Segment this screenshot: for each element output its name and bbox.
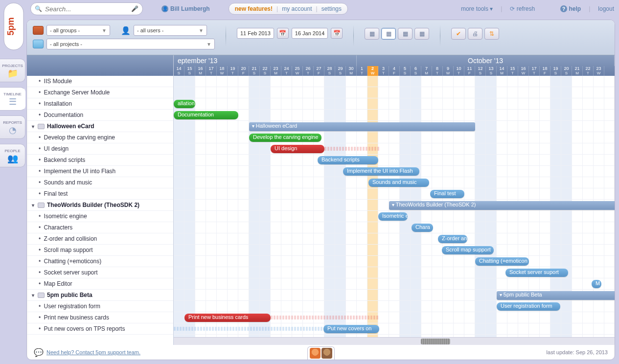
gantt-bar[interactable]: 5pm public Beta bbox=[497, 291, 615, 300]
task-row[interactable]: Z-order and collision bbox=[27, 233, 173, 245]
users-dropdown[interactable]: - all users -▼ bbox=[134, 25, 207, 36]
app-logo: 5pm bbox=[3, 2, 24, 51]
task-row[interactable]: Map Editor bbox=[27, 278, 173, 290]
task-list[interactable]: IIS ModuleExchange Server ModuleInstalla… bbox=[27, 76, 173, 345]
date-to-cal[interactable]: 📅 bbox=[331, 28, 343, 39]
task-row[interactable]: Characters bbox=[27, 222, 173, 233]
gantt-bar[interactable]: Chara bbox=[412, 224, 433, 232]
task-row[interactable]: Scroll map support bbox=[27, 245, 173, 256]
sidetab-projects[interactable]: PROJECTS📁 bbox=[0, 59, 25, 82]
folder-icon: 📁 bbox=[7, 69, 18, 78]
support-link[interactable]: Need help? Contact 5pm support team. bbox=[46, 349, 140, 355]
task-row[interactable]: Put new covers on TPS reports bbox=[27, 323, 173, 335]
horizontal-scrollbar[interactable] bbox=[174, 337, 615, 345]
print-icon: 🖨 bbox=[472, 30, 478, 37]
help-icon: ? bbox=[560, 5, 567, 12]
gantt-bar[interactable]: Chatting (+emoticon bbox=[475, 257, 529, 266]
gantt-bar[interactable]: Documentation bbox=[174, 111, 238, 119]
svg-text:5pm: 5pm bbox=[6, 17, 16, 35]
gantt-bar[interactable]: Final test bbox=[430, 190, 464, 198]
gantt-bar[interactable]: TheoWorlds Builder (TheoSDK 2) bbox=[389, 201, 615, 210]
toggle-done[interactable]: ✔ bbox=[451, 28, 466, 40]
search-input-wrap[interactable]: 🔍 🎤 bbox=[30, 2, 143, 15]
sidetab-reports[interactable]: REPORTS◔ bbox=[0, 115, 25, 139]
task-row[interactable]: Implement the UI into Flash bbox=[27, 166, 173, 177]
gantt-bar[interactable]: Halloween eCard bbox=[249, 122, 475, 131]
logout-link[interactable]: logout bbox=[598, 5, 614, 12]
gantt-bar[interactable]: Put new covers on bbox=[323, 325, 379, 333]
gantt-bar[interactable]: Print new business cards bbox=[184, 314, 271, 322]
task-row[interactable]: User registration form bbox=[27, 301, 173, 312]
task-row[interactable]: Installation bbox=[27, 98, 173, 110]
task-row[interactable]: UI design bbox=[27, 143, 173, 155]
projects-icon bbox=[33, 40, 44, 48]
gantt-bar[interactable]: Sounds and music bbox=[368, 179, 429, 187]
chat-avatars[interactable] bbox=[307, 346, 335, 360]
task-row[interactable]: Chatting (+emoticons) bbox=[27, 256, 173, 267]
refresh-link[interactable]: ⟳ refresh bbox=[510, 5, 535, 12]
mic-icon[interactable]: 🎤 bbox=[131, 5, 138, 12]
groups-icon bbox=[33, 26, 44, 35]
print-button[interactable]: 🖨 bbox=[468, 28, 482, 40]
task-row[interactable]: Develop the carving engine bbox=[27, 132, 173, 143]
search-input[interactable] bbox=[45, 5, 128, 13]
gantt-bar[interactable]: Scroll map support bbox=[442, 246, 494, 254]
task-row[interactable]: Sounds and music bbox=[27, 177, 173, 188]
date-from-cal[interactable]: 📅 bbox=[277, 28, 289, 39]
pie-icon: ◔ bbox=[9, 126, 17, 135]
search-icon: 🔍 bbox=[35, 5, 42, 12]
gantt-bar[interactable]: Backend scripts bbox=[318, 156, 378, 164]
task-row[interactable]: Print new business cards bbox=[27, 312, 173, 323]
gantt-bar[interactable]: Z-order an bbox=[438, 235, 467, 243]
view-week[interactable]: ▦ bbox=[381, 28, 396, 40]
current-user[interactable]: 👤 Bill Lumbergh bbox=[161, 5, 210, 12]
gantt-bar[interactable]: Socket server suport bbox=[505, 269, 568, 277]
project-row[interactable]: ▾Halloween eCard bbox=[27, 121, 173, 132]
date-to[interactable]: 16 Jan 2014 bbox=[292, 28, 328, 39]
task-row[interactable]: Exchange Server Module bbox=[27, 87, 173, 98]
settings-link[interactable]: settings bbox=[321, 5, 342, 12]
gantt-bar[interactable]: UI design bbox=[271, 145, 324, 153]
projects-dropdown[interactable]: - all projects -▼ bbox=[46, 39, 215, 49]
user-icon: 👤 bbox=[161, 5, 168, 12]
task-row[interactable]: IIS Module bbox=[27, 76, 173, 87]
help-link[interactable]: ? help bbox=[560, 5, 581, 13]
gantt-bar[interactable]: M bbox=[592, 280, 601, 288]
refresh-icon: ⟳ bbox=[510, 5, 515, 12]
more-tools-link[interactable]: more tools ▾ bbox=[461, 5, 493, 12]
chat-icon: 💬 bbox=[34, 348, 44, 357]
task-row[interactable]: Isometric engine bbox=[27, 211, 173, 222]
gantt-bar[interactable]: Isometric e bbox=[378, 212, 408, 221]
view-day[interactable]: ▦ bbox=[365, 28, 379, 40]
check-icon: ✔ bbox=[456, 30, 461, 37]
gantt-bar[interactable]: User registration form bbox=[497, 302, 560, 311]
task-row[interactable]: Backend scripts bbox=[27, 155, 173, 166]
main-panel: - all groups -▼ 👤 - all users -▼ - all p… bbox=[26, 20, 615, 360]
date-from[interactable]: 11 Feb 2013 bbox=[237, 28, 274, 39]
people-icon: 👥 bbox=[7, 154, 18, 163]
sidetab-timeline[interactable]: TIMELINE☰ bbox=[0, 87, 25, 111]
task-row[interactable]: Documentation bbox=[27, 110, 173, 121]
gantt-bar[interactable]: Develop the carving engine bbox=[249, 134, 321, 142]
avatar[interactable] bbox=[310, 348, 321, 359]
my-account-link[interactable]: my account bbox=[282, 5, 312, 12]
gantt-chart[interactable]: allationDocumentationHalloween eCardDeve… bbox=[174, 76, 615, 345]
project-row[interactable]: ▾TheoWorlds Builder (TheoSDK 2) bbox=[27, 200, 173, 211]
sidetab-people[interactable]: PEOPLE👥 bbox=[0, 144, 25, 167]
view-year[interactable]: ▦ bbox=[414, 28, 429, 40]
users-icon: 👤 bbox=[121, 26, 131, 35]
last-update: last update: Sep 26, 2013 bbox=[547, 349, 608, 355]
gantt-bar[interactable]: allation bbox=[174, 100, 195, 108]
new-features-link[interactable]: new features! bbox=[235, 5, 273, 12]
view-month[interactable]: ▦ bbox=[398, 28, 413, 40]
scroll-thumb[interactable] bbox=[421, 339, 450, 344]
swap-icon: ⇅ bbox=[489, 30, 494, 37]
project-row[interactable]: ▾5pm public Beta bbox=[27, 290, 173, 301]
task-row[interactable]: Final test bbox=[27, 188, 173, 200]
task-list-header bbox=[27, 55, 173, 76]
export-button[interactable]: ⇅ bbox=[484, 28, 499, 40]
groups-dropdown[interactable]: - all groups -▼ bbox=[46, 25, 110, 36]
gantt-bar[interactable]: Implement the UI into Flash bbox=[343, 167, 419, 176]
task-row[interactable]: Socket server suport bbox=[27, 267, 173, 278]
avatar[interactable] bbox=[321, 348, 332, 359]
